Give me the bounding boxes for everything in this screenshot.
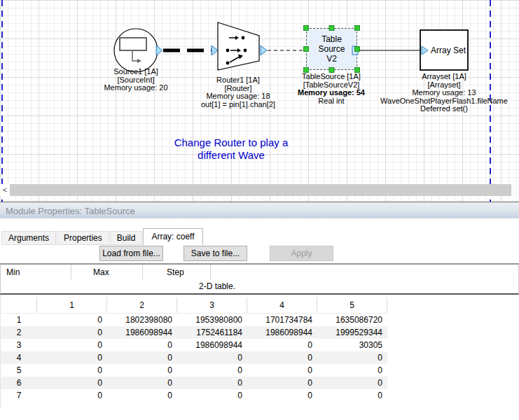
table-row-label[interactable]: 3: [1, 339, 37, 351]
app-window: Table Source V2 Array Set: [0, 0, 519, 420]
table-cell[interactable]: 0: [317, 351, 387, 364]
field-separator: [142, 265, 143, 279]
table-cell[interactable]: 1701734784: [247, 314, 317, 326]
table-cell[interactable]: 0: [177, 389, 247, 402]
table-cell[interactable]: 0: [317, 389, 387, 402]
apply-button[interactable]: Apply: [270, 246, 333, 261]
max-label: Max: [93, 267, 109, 277]
table-column-header[interactable]: 5: [317, 298, 387, 313]
table-cell[interactable]: 1986098944: [177, 339, 247, 351]
panel-tabbar: Arguments Properties Build Array: coeff: [1, 228, 204, 245]
table-cell[interactable]: 1635086720: [317, 314, 387, 326]
source1-caption: Source1 [1A] [SourceInt] Memory usage: 2…: [104, 68, 167, 92]
table-column-header[interactable]: 2: [107, 298, 177, 313]
tab-build[interactable]: Build: [110, 231, 143, 245]
field-separator: [210, 265, 211, 279]
arrayset-caption: Arrayset [1A] [Arrayset] Memory usage: 1…: [380, 73, 508, 113]
horizontal-scrollbar[interactable]: <: [0, 184, 519, 196]
source1-output-port: [156, 46, 162, 55]
table-cell[interactable]: 0: [177, 351, 247, 364]
table-row: 500000: [1, 364, 387, 377]
arrayset-block[interactable]: Array Set: [420, 29, 469, 71]
table-column-header[interactable]: 1: [37, 298, 107, 313]
table-cell[interactable]: 1953980800: [177, 314, 247, 326]
table-cell[interactable]: 1986098944: [247, 326, 317, 339]
coeff-table: 12345 1018023980801953980800170173478416…: [1, 298, 387, 402]
source1-block[interactable]: [114, 29, 158, 72]
table-cell[interactable]: 0: [177, 364, 247, 377]
router1-block[interactable]: [218, 22, 259, 70]
router1-input-port: [212, 46, 218, 55]
table-cell[interactable]: 0: [107, 377, 177, 389]
panel-header: Module Properties: TableSource: [0, 202, 519, 218]
table-cell[interactable]: 30305: [317, 339, 387, 351]
router1-caption: Router1 [1A] [Router] Memory usage: 18 o…: [201, 76, 275, 108]
tablesource-block-text: Source: [318, 44, 345, 54]
table-cell[interactable]: 0: [37, 314, 107, 326]
table-row: 400000: [1, 351, 387, 364]
table-cell[interactable]: 0: [37, 326, 107, 339]
arrayset-block-text: Array Set: [431, 46, 466, 55]
table-cell[interactable]: 0: [247, 339, 317, 351]
tablesource-block-text: Table: [321, 34, 342, 44]
schematic-canvas[interactable]: Table Source V2 Array Set: [0, 0, 519, 202]
annotation-note: Change Router to play a different Wave: [174, 136, 289, 162]
table-row-label[interactable]: 1: [1, 314, 37, 326]
source-glyph-arrow: [137, 59, 141, 63]
table-corner-cell: [1, 298, 37, 313]
load-from-file-button[interactable]: Load from file...: [99, 246, 163, 261]
tablesource-block-text: V2: [326, 54, 337, 64]
coeff-table-body: 1018023980801953980800170173478416350867…: [1, 314, 387, 402]
table-dimension-note: 2-D table.: [199, 281, 235, 291]
table-row: 3001986098944030305: [1, 339, 387, 351]
scrollbar-thumb[interactable]: [10, 184, 511, 196]
table-cell[interactable]: 0: [37, 364, 107, 377]
table-cell[interactable]: 0: [37, 377, 107, 389]
panel-title: Module Properties: TableSource: [6, 205, 135, 216]
min-label: Min: [6, 267, 20, 277]
table-cell[interactable]: 1999529344: [317, 326, 387, 339]
table-cell[interactable]: 0: [37, 339, 107, 351]
coeff-table-head: 12345: [1, 298, 387, 314]
range-fields-bar: Min Max Step 2-D table.: [0, 263, 519, 295]
table-cell[interactable]: 0: [37, 389, 107, 402]
table-cell[interactable]: 0: [177, 377, 247, 389]
table-cell[interactable]: 0: [107, 389, 177, 402]
table-cell[interactable]: 0: [107, 339, 177, 351]
table-cell[interactable]: 1802398080: [107, 314, 177, 326]
table-row-label[interactable]: 4: [1, 351, 37, 364]
table-row: 1018023980801953980800170173478416350867…: [1, 314, 387, 326]
table-cell[interactable]: 0: [247, 389, 317, 402]
tab-arguments[interactable]: Arguments: [1, 231, 56, 245]
table-row-label[interactable]: 5: [1, 364, 37, 377]
table-row: 2019860989441752461184198609894419995293…: [1, 326, 387, 339]
table-cell[interactable]: 0: [37, 351, 107, 364]
field-separator: [71, 265, 71, 279]
table-row-label[interactable]: 6: [1, 377, 37, 389]
table-row-label[interactable]: 2: [1, 326, 37, 339]
table-row: 700000: [1, 389, 387, 402]
table-cell[interactable]: 0: [317, 364, 387, 377]
table-column-header[interactable]: 4: [247, 298, 317, 313]
table-cell[interactable]: 1986098944: [107, 326, 177, 339]
tab-properties[interactable]: Properties: [57, 231, 109, 245]
tab-array-coeff[interactable]: Array: coeff: [143, 228, 202, 245]
table-row: 600000: [1, 377, 387, 389]
scroll-left-button[interactable]: <: [0, 184, 10, 196]
table-cell[interactable]: 0: [317, 377, 387, 389]
router1-output-port: [261, 46, 267, 55]
table-column-header[interactable]: 3: [177, 298, 247, 313]
table-cell[interactable]: 0: [107, 351, 177, 364]
tablesource-block[interactable]: Table Source V2: [306, 28, 357, 70]
tablesource-caption: TableSource [1A] [TableSourceV2] Memory …: [298, 73, 365, 105]
table-cell[interactable]: 0: [247, 377, 317, 389]
table-cell[interactable]: 0: [107, 364, 177, 377]
step-label: Step: [167, 267, 184, 277]
table-cell[interactable]: 0: [247, 351, 317, 364]
table-cell[interactable]: 0: [247, 364, 317, 377]
save-to-file-button[interactable]: Save to file...: [184, 246, 247, 261]
table-row-label[interactable]: 7: [1, 389, 37, 402]
table-cell[interactable]: 1752461184: [177, 326, 247, 339]
